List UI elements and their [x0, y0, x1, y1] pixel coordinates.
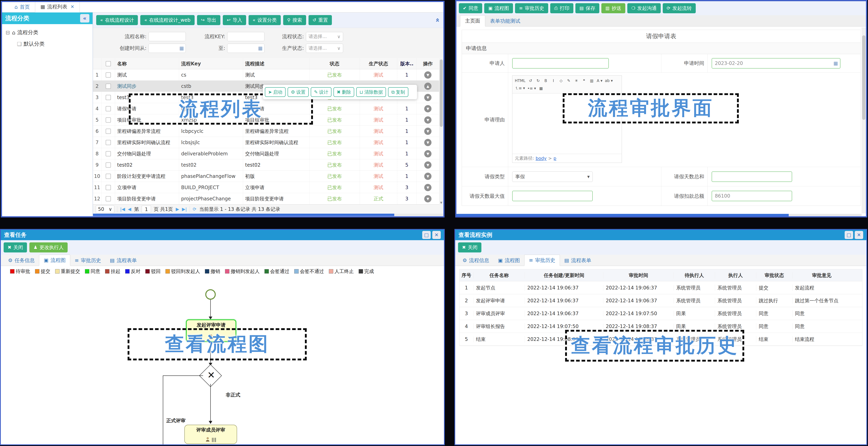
refresh-icon[interactable]: ⟳: [193, 207, 196, 212]
last-page-button[interactable]: ▶|: [182, 207, 187, 212]
审批历史-button[interactable]: ≡审批历史: [515, 3, 548, 13]
row-checkbox[interactable]: [106, 140, 111, 145]
editor-tool-icon-9[interactable]: ▥: [588, 77, 595, 84]
task-node-member-review[interactable]: 评审成员评审 |||: [184, 425, 237, 444]
tab-process-list[interactable]: ▦ 流程列表 ✕: [35, 2, 80, 12]
在线流程设计-button[interactable]: «在线流程设计: [96, 15, 138, 25]
history-row[interactable]: 1发起节点2022-12-14 19:06:372022-12-14 19:06…: [460, 281, 862, 294]
horizontal-scrollbar[interactable]: [93, 214, 443, 216]
设计-action-button[interactable]: ✎设计: [311, 87, 332, 97]
row-checkbox[interactable]: [106, 151, 111, 157]
process-key-input[interactable]: [227, 32, 265, 41]
row-checkbox[interactable]: [106, 196, 111, 201]
设置分类-button[interactable]: «设置分类: [249, 15, 281, 25]
vertical-scrollbar[interactable]: ▼: [439, 58, 443, 205]
vertical-scrollbar[interactable]: [862, 27, 866, 213]
editor-tool-icon-0[interactable]: HTML: [514, 77, 526, 84]
tab-流程表单[interactable]: ▤流程表单: [105, 255, 141, 266]
editor-tool-icon-13[interactable]: •≡ ▾: [527, 85, 537, 92]
editor-tool-icon-3[interactable]: B: [542, 77, 549, 84]
editor-tool-icon-8[interactable]: ❝: [581, 77, 587, 84]
collapse-up-icon[interactable]: «: [434, 18, 442, 22]
page-size-select[interactable]: 50∨: [96, 205, 114, 213]
删除-action-button[interactable]: ✖删除: [334, 87, 354, 97]
first-page-button[interactable]: |◀: [120, 207, 125, 212]
清除数据-action-button[interactable]: ⊔清除数据: [356, 87, 386, 97]
days-total-input[interactable]: [712, 171, 792, 182]
抄送-button[interactable]: ▥抄送: [601, 3, 625, 13]
process-name-link[interactable]: 项目组审批: [115, 114, 179, 126]
chevron-down-icon[interactable]: ▼: [424, 105, 432, 112]
process-name-link[interactable]: 测试: [115, 69, 179, 80]
chevron-down-icon[interactable]: ▼: [424, 195, 432, 202]
maximize-icon[interactable]: □: [422, 231, 431, 239]
tab-main-page[interactable]: 主页面: [460, 15, 485, 27]
chevron-down-icon[interactable]: ▼: [424, 139, 432, 146]
导入-button[interactable]: ↩导入: [223, 15, 246, 25]
row-checkbox[interactable]: [106, 72, 111, 77]
process-name-link[interactable]: 立项申请: [115, 182, 179, 193]
created-to-input[interactable]: ▦: [227, 44, 265, 53]
close-tab-icon[interactable]: ✕: [71, 4, 74, 9]
导出-button[interactable]: ↪导出: [197, 15, 220, 25]
prod-status-select[interactable]: 请选择...∨: [306, 44, 343, 53]
created-from-input[interactable]: ▦: [149, 44, 186, 53]
row-checkbox[interactable]: [106, 95, 111, 100]
table-row[interactable]: 4请假申请qjsq请假申请已发布测试1▼: [93, 103, 439, 114]
设置-action-button[interactable]: ⚙设置: [287, 87, 309, 97]
重置-button[interactable]: ↺重置: [309, 15, 332, 25]
editor-content-area[interactable]: [513, 94, 622, 154]
tab-审批历史[interactable]: ≡审批历史: [70, 255, 105, 266]
calendar-icon[interactable]: ▦: [179, 45, 184, 51]
task-node-start-review[interactable]: 发起评审申请: [186, 319, 236, 342]
calendar-icon[interactable]: ▦: [833, 61, 838, 66]
process-name-link[interactable]: 项目阶段变更申请: [115, 193, 179, 204]
chevron-down-icon[interactable]: ▼: [424, 116, 432, 124]
启动-action-button[interactable]: ➤启动: [265, 87, 286, 97]
deduct-total-input[interactable]: 86100: [712, 191, 792, 201]
scroll-down-icon[interactable]: ▼: [439, 201, 443, 204]
chevron-down-icon[interactable]: ▼: [424, 128, 432, 135]
chevron-down-icon[interactable]: ▼: [424, 173, 432, 180]
row-checkbox[interactable]: [106, 83, 111, 89]
流程图-button[interactable]: ▣流程图: [484, 3, 513, 13]
tab-任务信息[interactable]: ⚙任务信息: [4, 255, 39, 266]
tab-流程信息[interactable]: ⚙流程信息: [458, 255, 493, 266]
更改执行人-button[interactable]: ♟更改执行人: [29, 242, 68, 252]
start-event-node[interactable]: [205, 289, 216, 300]
leave-type-select[interactable]: 事假▾: [512, 171, 593, 182]
days-max-input[interactable]: [512, 191, 593, 201]
tab-流程表单[interactable]: ▤流程表单: [560, 255, 596, 266]
process-name-link[interactable]: 里程碑偏差异常流程: [115, 126, 179, 137]
editor-tool-icon-11[interactable]: ab ▾: [604, 77, 613, 84]
chevron-down-icon[interactable]: ▼: [424, 161, 432, 169]
history-row[interactable]: 3评审成员评审2022-12-14 19:06:372022-12-14 19:…: [460, 307, 862, 320]
chevron-down-icon[interactable]: ▼: [424, 71, 432, 78]
process-name-link[interactable]: 阶段计划变更申请流程: [115, 171, 179, 182]
table-row[interactable]: 11立项申请BUILD_PROJECT立项申请已发布测试3▼: [93, 182, 439, 193]
row-checkbox[interactable]: [106, 117, 111, 123]
tab-流程图[interactable]: ▣流程图: [493, 255, 524, 266]
editor-tool-icon-2[interactable]: ↻: [535, 77, 541, 84]
tab-home[interactable]: ⌂ 首页: [9, 2, 35, 12]
editor-tool-icon-12[interactable]: ⒈≡ ▾: [514, 85, 526, 92]
next-page-button[interactable]: ▶: [176, 207, 179, 212]
发起流转-button[interactable]: ⟳发起流转: [663, 3, 696, 13]
prev-page-button[interactable]: ◀: [128, 207, 131, 212]
row-checkbox[interactable]: [106, 129, 111, 134]
table-row[interactable]: 9test02test02test02已发布测试5▼: [93, 160, 439, 171]
保存-button[interactable]: ▤保存: [576, 3, 599, 13]
select-all-checkbox[interactable]: [106, 61, 111, 66]
process-name-link[interactable]: test3: [115, 92, 179, 103]
process-name-link[interactable]: 交付物问题处理: [115, 148, 179, 159]
row-checkbox[interactable]: [106, 174, 111, 179]
tab-流程图[interactable]: ▣流程图: [39, 255, 70, 266]
row-checkbox[interactable]: [106, 162, 111, 168]
page-number-input[interactable]: 1: [142, 206, 151, 213]
history-row[interactable]: 5结束2022-12-14 19:08:372022-12-14 19:08:3…: [460, 333, 862, 346]
apply-time-input[interactable]: 2023-02-20▦: [712, 58, 840, 69]
在线流程设计_web-button[interactable]: «在线流程设计_web: [140, 15, 194, 25]
editor-tool-icon-14[interactable]: ▦: [537, 85, 545, 92]
打印-button[interactable]: ⎙打印: [550, 3, 574, 13]
applicant-input[interactable]: [512, 58, 609, 69]
